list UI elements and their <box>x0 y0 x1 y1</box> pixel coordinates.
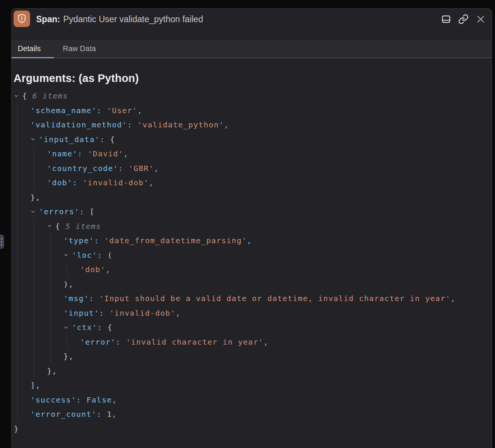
close-icon[interactable] <box>475 14 486 25</box>
drag-handle-dot <box>1 241 2 242</box>
indent-guide <box>17 378 18 393</box>
indent-guide <box>17 219 18 234</box>
link-icon[interactable] <box>458 14 469 25</box>
code-comma: , <box>112 410 117 419</box>
code-key: 'loc': <box>72 251 108 260</box>
dock-bottom-icon[interactable] <box>440 14 452 25</box>
tab-raw-data[interactable]: Raw Data <box>59 40 100 58</box>
indent-guide <box>34 320 34 335</box>
tree-line: 'name': 'David', <box>12 147 492 161</box>
tree-line: } <box>12 422 492 436</box>
tree-line: }, <box>12 190 492 205</box>
shield-alert-icon <box>14 11 30 27</box>
indent-guide <box>17 393 18 407</box>
indent-guide <box>17 118 18 132</box>
indent-guide <box>50 248 51 263</box>
code-string: 'GBR' <box>129 164 154 173</box>
tree-line: 'error': 'invalid character in year', <box>12 335 492 350</box>
indent-guide <box>50 291 51 306</box>
code-punctuation: }, <box>30 193 41 202</box>
indent-guide <box>34 335 34 350</box>
code-comma: , <box>149 178 154 187</box>
chevron-down-icon[interactable] <box>30 137 39 142</box>
indent-guide <box>17 364 18 378</box>
tree-line: 'schema_name': 'User', <box>12 103 492 118</box>
indent-guide <box>17 349 18 364</box>
chevron-down-icon[interactable] <box>30 209 39 214</box>
code-number: 1 <box>107 410 112 419</box>
tree-line: 'input': 'invalid-dob', <box>12 306 492 321</box>
code-punctuation: ), <box>64 280 74 289</box>
code-comma: , <box>137 106 143 115</box>
tree-line: }, <box>12 364 492 378</box>
code-punctuation: } <box>14 424 19 433</box>
tree-line: 'errors': [ <box>12 204 492 219</box>
code-comma: , <box>263 338 269 347</box>
code-key: 'success': <box>30 395 87 404</box>
panel-header: Span:Pydantic User validate_python faile… <box>12 9 492 40</box>
panel-title-text: Pydantic User validate_python failed <box>63 14 203 24</box>
code-string: 'validate_python' <box>137 120 224 129</box>
code-comma: , <box>112 395 117 404</box>
span-detail-panel: Span:Pydantic User validate_python faile… <box>11 8 492 448</box>
code-tree: { 6 items'schema_name': 'User','validati… <box>12 89 492 436</box>
tree-line: ), <box>12 277 492 292</box>
tree-line: 'country_code': 'GBR', <box>12 161 492 176</box>
indent-guide <box>34 248 34 263</box>
tree-line: { 5 items <box>12 219 492 234</box>
tab-bar: Details Raw Data <box>12 40 492 58</box>
indent-guide <box>17 291 18 306</box>
tab-details-label: Details <box>18 44 41 53</box>
indent-guide <box>34 306 34 321</box>
indent-guide <box>17 204 18 219</box>
code-comma: , <box>106 265 111 274</box>
code-punctuation: { <box>22 91 32 100</box>
code-key: 'dob': <box>47 178 83 187</box>
code-key: 'country_code': <box>47 164 129 173</box>
tree-line: 'error_count': 1, <box>12 407 492 422</box>
code-string: 'Input should be a valid date or datetim… <box>99 294 451 303</box>
tree-line: 'validation_method': 'validate_python', <box>12 118 492 132</box>
code-comma: , <box>224 120 229 129</box>
indent-guide <box>17 176 18 190</box>
indent-guide <box>17 161 18 176</box>
tab-details[interactable]: Details <box>12 40 54 58</box>
code-key: 'input': <box>64 309 109 318</box>
indent-guide <box>34 176 34 190</box>
code-punctuation: ( <box>108 251 113 260</box>
indent-guide <box>17 335 18 350</box>
code-key: 'error': <box>80 338 126 347</box>
tree-line: 'dob', <box>12 262 492 277</box>
code-comma: , <box>451 294 456 303</box>
indent-guide <box>34 364 34 378</box>
indent-guide <box>17 320 18 335</box>
tab-raw-data-label: Raw Data <box>63 44 96 53</box>
code-key: 'type': <box>64 236 104 245</box>
indent-guide <box>17 277 18 292</box>
code-punctuation: ], <box>30 381 41 390</box>
indent-guide <box>67 262 67 277</box>
code-comma: , <box>247 236 252 245</box>
chevron-down-icon[interactable] <box>14 94 22 98</box>
indent-guide <box>50 335 51 350</box>
indent-guide <box>50 233 51 248</box>
code-key: 'error_count': <box>30 410 107 419</box>
code-punctuation: [ <box>90 207 95 216</box>
indent-guide <box>34 349 34 364</box>
chevron-down-icon[interactable] <box>47 224 55 229</box>
code-key: 'input_data': <box>39 135 110 144</box>
panel-title: Span:Pydantic User validate_python faile… <box>36 14 203 25</box>
code-string: 'invalid character in year' <box>126 338 264 347</box>
tree-line: 'type': 'date_from_datetime_parsing', <box>12 233 492 248</box>
indent-guide <box>34 161 34 176</box>
code-key: 'ctx': <box>72 323 108 332</box>
chevron-down-icon[interactable] <box>64 325 72 330</box>
indent-guide <box>17 190 18 205</box>
indent-guide <box>34 262 34 277</box>
chevron-down-icon[interactable] <box>64 253 72 257</box>
drag-handle[interactable] <box>0 235 4 249</box>
tree-line: ], <box>12 378 492 393</box>
indent-guide <box>17 306 18 321</box>
indent-guide <box>17 248 18 263</box>
tree-line: 'input_data': { <box>12 132 492 147</box>
